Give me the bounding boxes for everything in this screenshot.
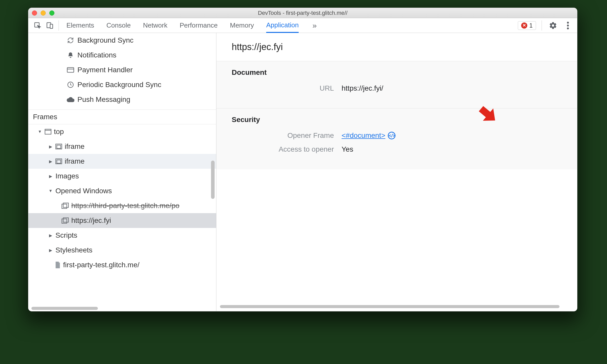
content-scrollbar-horizontal[interactable]	[220, 305, 574, 310]
windows-icon	[62, 203, 69, 209]
security-section: Security Opener Frame <#document> Access…	[216, 108, 577, 169]
svg-point-4	[567, 25, 569, 27]
tree-item-stylesheets[interactable]: Stylesheets	[28, 243, 216, 258]
tree-label: first-party-test.glitch.me/	[63, 261, 139, 269]
svg-rect-12	[57, 145, 61, 149]
tab-console[interactable]: Console	[106, 18, 131, 33]
sync-icon	[67, 37, 74, 44]
svg-rect-9	[45, 129, 51, 134]
url-label: URL	[232, 84, 342, 92]
windows-icon	[62, 217, 69, 224]
url-value: https://jec.fyi/	[342, 84, 383, 92]
tab-application[interactable]: Application	[266, 18, 299, 33]
sidebar-item-background-sync[interactable]: Background Sync	[28, 33, 216, 48]
svg-point-5	[567, 27, 569, 29]
sidebar-item-periodic-bg-sync[interactable]: Periodic Background Sync	[28, 77, 216, 92]
section-heading: Document	[232, 68, 562, 77]
devtools-window: DevTools - first-party-test.glitch.me// …	[28, 8, 577, 311]
tree-item-images[interactable]: Images	[28, 169, 216, 184]
access-to-opener-row: Access to opener Yes	[232, 145, 562, 153]
caret-right-icon[interactable]	[48, 248, 53, 253]
tree-item-opened-window[interactable]: https://third-party-test.glitch.me/po	[28, 198, 216, 213]
tab-network[interactable]: Network	[143, 18, 167, 33]
iframe-icon	[55, 159, 62, 164]
caret-right-icon[interactable]	[48, 144, 53, 149]
sidebar-item-label: Payment Handler	[77, 66, 133, 74]
section-heading: Security	[232, 116, 562, 124]
window-title: DevTools - first-party-test.glitch.me//	[28, 10, 577, 16]
document-section: Document URL https://jec.fyi/	[216, 61, 577, 108]
iframe-icon	[55, 144, 62, 149]
sidebar-scrollbar-horizontal[interactable]	[28, 306, 209, 311]
caret-right-icon[interactable]	[48, 159, 53, 164]
cloud-icon	[67, 97, 74, 102]
tree-item-opened-windows[interactable]: Opened Windows	[28, 184, 216, 198]
opener-frame-link[interactable]: <#document>	[342, 131, 385, 140]
tree-item-iframe[interactable]: iframe	[28, 154, 216, 169]
error-icon: ✕	[521, 22, 527, 29]
sidebar-heading-frames: Frames	[28, 110, 216, 124]
sidebar-item-label: Notifications	[77, 51, 116, 59]
tree-label: Scripts	[55, 231, 77, 239]
sidebar-item-label: Push Messaging	[77, 95, 130, 104]
window-icon	[45, 129, 51, 135]
tree-item-top[interactable]: top	[28, 124, 216, 139]
bell-icon	[67, 52, 74, 58]
caret-right-icon[interactable]	[48, 233, 53, 238]
tab-performance[interactable]: Performance	[180, 18, 218, 33]
svg-rect-6	[67, 68, 74, 72]
frame-title: https://jec.fyi	[216, 33, 577, 61]
devtools-toolbar: Elements Console Network Performance Mem…	[28, 18, 577, 33]
sidebar-scrollbar-vertical[interactable]	[209, 33, 216, 306]
tree-item-opened-window-selected[interactable]: https://jec.fyi	[28, 213, 216, 228]
url-row: URL https://jec.fyi/	[232, 84, 562, 92]
sidebar-item-payment-handler[interactable]: Payment Handler	[28, 63, 216, 77]
access-value: Yes	[342, 145, 353, 153]
sidebar-item-push-messaging[interactable]: Push Messaging	[28, 92, 216, 107]
error-badge[interactable]: ✕ 1	[518, 21, 536, 30]
inspect-element-icon[interactable]	[32, 20, 43, 31]
tree-item-document[interactable]: first-party-test.glitch.me/	[28, 258, 216, 272]
frames-tree: top iframe iframe	[28, 124, 216, 272]
opener-frame-label: Opener Frame	[232, 131, 342, 140]
svg-rect-16	[63, 203, 68, 207]
sidebar-item-label: Periodic Background Sync	[77, 81, 161, 89]
tree-label: iframe	[65, 142, 85, 151]
tree-label: top	[54, 128, 64, 136]
sidebar-item-label: Background Sync	[77, 36, 133, 44]
opener-frame-row: Opener Frame <#document>	[232, 131, 562, 140]
frame-details-panel: https://jec.fyi Document URL https://jec…	[216, 33, 577, 311]
tree-label: https://third-party-test.glitch.me/po	[71, 202, 179, 210]
svg-point-3	[567, 22, 569, 24]
tree-item-scripts[interactable]: Scripts	[28, 228, 216, 243]
caret-down-icon[interactable]	[48, 189, 53, 193]
svg-rect-17	[62, 219, 67, 223]
credit-card-icon	[67, 67, 74, 73]
clock-icon	[67, 81, 74, 88]
svg-rect-15	[62, 204, 67, 209]
device-toolbar-icon[interactable]	[44, 20, 55, 31]
tree-item-iframe[interactable]: iframe	[28, 139, 216, 154]
tree-label: https://jec.fyi	[71, 216, 111, 225]
toolbar-separator	[542, 20, 542, 31]
tree-label: iframe	[65, 157, 85, 165]
more-tabs-button[interactable]: »	[311, 21, 318, 30]
titlebar: DevTools - first-party-test.glitch.me//	[28, 8, 577, 18]
main-content: Background Sync Notifications Payment Ha…	[28, 33, 577, 311]
reveal-in-elements-icon[interactable]	[388, 132, 395, 139]
sidebar-item-notifications[interactable]: Notifications	[28, 48, 216, 63]
caret-down-icon[interactable]	[38, 129, 42, 134]
svg-rect-2	[50, 24, 53, 28]
tree-label: Stylesheets	[55, 246, 92, 254]
toolbar-separator	[59, 20, 59, 31]
caret-right-icon[interactable]	[48, 174, 53, 179]
access-label: Access to opener	[232, 145, 342, 153]
tab-elements[interactable]: Elements	[66, 18, 94, 33]
tree-label: Images	[55, 172, 79, 180]
kebab-menu-icon[interactable]	[562, 20, 574, 31]
settings-gear-icon[interactable]	[547, 20, 559, 31]
svg-rect-14	[57, 160, 61, 163]
svg-rect-18	[63, 218, 68, 222]
tab-memory[interactable]: Memory	[230, 18, 254, 33]
devtools-tabs: Elements Console Network Performance Mem…	[66, 18, 318, 33]
